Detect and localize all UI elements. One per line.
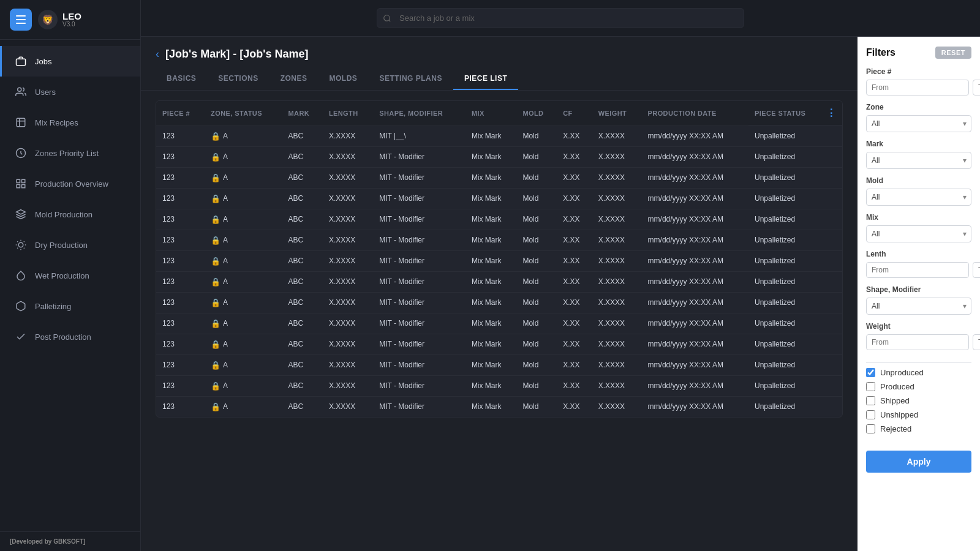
filter-header: Filters RESET <box>866 47 971 59</box>
checkbox-rejected[interactable] <box>866 424 875 433</box>
cell-production-date: mm/dd/yyyy XX:XX AM <box>642 313 748 334</box>
cell-production-date: mm/dd/yyyy XX:XX AM <box>642 209 748 230</box>
palletizing-icon <box>14 299 28 313</box>
post-production-icon <box>14 330 28 343</box>
svg-point-8 <box>384 15 390 20</box>
filter-mold-select-wrapper: All <box>866 189 971 206</box>
sidebar-item-mold-production[interactable]: Mold Production <box>0 199 140 230</box>
cell-mold: Mold <box>516 396 557 417</box>
filter-zone-select[interactable]: All <box>866 115 971 132</box>
tab-molds[interactable]: MOLDS <box>318 68 369 90</box>
cell-mark: ABC <box>282 167 322 188</box>
cell-piece-status: Unpalletized <box>748 354 842 375</box>
cell-zone--status: 🔒 A <box>205 230 282 250</box>
cell-mold: Mold <box>516 271 557 292</box>
cell-mix: Mix Mark <box>466 230 517 250</box>
back-button[interactable]: ‹ <box>156 48 159 61</box>
weight-from-input[interactable] <box>866 334 969 350</box>
sidebar-item-label-dry-production: Dry Production <box>35 241 88 250</box>
piece-num-to-input[interactable] <box>973 80 980 96</box>
sidebar-item-label-palletizing: Palletizing <box>35 302 71 311</box>
tab-piece-list[interactable]: PIECE LIST <box>453 68 518 90</box>
sidebar-item-label-production-overview: Production Overview <box>35 179 108 189</box>
cell-cf: X.XX <box>557 375 592 396</box>
checkbox-produced[interactable] <box>866 382 875 391</box>
svg-rect-4 <box>22 179 25 182</box>
checkbox-unshipped[interactable] <box>866 410 875 419</box>
filter-shape-modifier-select[interactable]: All <box>866 298 971 315</box>
cell-zone--status: 🔒 A <box>205 396 282 417</box>
sidebar-item-dry-production[interactable]: Dry Production <box>0 230 140 260</box>
cell-production-date: mm/dd/yyyy XX:XX AM <box>642 188 748 209</box>
svg-rect-6 <box>17 185 20 188</box>
filter-status-unproduced[interactable]: Unproduced <box>866 368 971 377</box>
cell-mark: ABC <box>282 396 322 417</box>
cell-production-date: mm/dd/yyyy XX:XX AM <box>642 230 748 250</box>
reset-button[interactable]: RESET <box>935 47 971 59</box>
piece-num-from-input[interactable] <box>866 80 969 96</box>
cell-mold: Mold <box>516 188 557 209</box>
cell-length: X.XXXX <box>323 209 373 230</box>
cell-cf: X.XX <box>557 271 592 292</box>
filter-shape-modifier-label: Shape, Modifier <box>866 285 971 294</box>
filter-status-rejected[interactable]: Rejected <box>866 424 971 433</box>
tab-sections[interactable]: SECTIONS <box>207 68 269 90</box>
table-wrapper[interactable]: PIECE #ZONE, STATUSMARKLENGTHSHAPE, MODI… <box>141 91 858 551</box>
cell-weight: X.XXXX <box>592 167 642 188</box>
cell-shape--modifier: MIT - Modifier <box>373 396 466 417</box>
length-to-input[interactable] <box>973 262 980 278</box>
cell-production-date: mm/dd/yyyy XX:XX AM <box>642 354 748 375</box>
cell-weight: X.XXXX <box>592 313 642 334</box>
hamburger-menu-button[interactable] <box>10 9 32 31</box>
filter-mark-select[interactable]: All <box>866 152 971 169</box>
cell-mold: Mold <box>516 354 557 375</box>
cell-shape--modifier: MIT |__\ <box>373 126 466 146</box>
search-input[interactable] <box>377 8 744 28</box>
cell-cf: X.XX <box>557 167 592 188</box>
tab-zones[interactable]: ZONES <box>270 68 318 90</box>
column-settings-icon[interactable]: ⋮ <box>826 107 836 119</box>
cell-shape--modifier: MIT - Modifier <box>373 146 466 167</box>
sidebar-item-palletizing[interactable]: Palletizing <box>0 291 140 321</box>
filter-zone-select-wrapper: All <box>866 115 971 132</box>
cell-piece--: 123 <box>156 209 205 230</box>
checkbox-label-rejected: Rejected <box>880 424 911 433</box>
cell-length: X.XXXX <box>323 188 373 209</box>
apply-button[interactable]: Apply <box>866 451 971 473</box>
tab-basics[interactable]: BASICS <box>156 68 207 90</box>
logo-icon: 🦁 <box>38 10 58 29</box>
filter-status-unshipped[interactable]: Unshipped <box>866 410 971 419</box>
sidebar-item-label-mix-recipes: Mix Recipes <box>35 118 78 127</box>
piece-list-table: PIECE #ZONE, STATUSMARKLENGTHSHAPE, MODI… <box>156 101 842 417</box>
cell-weight: X.XXXX <box>592 126 642 146</box>
sidebar-item-mix-recipes[interactable]: Mix Recipes <box>0 107 140 138</box>
cell-piece-status: Unpalletized <box>748 146 842 167</box>
lock-icon: 🔒 <box>211 215 221 224</box>
cell-shape--modifier: MIT - Modifier <box>373 375 466 396</box>
sidebar-item-users[interactable]: Users <box>0 77 140 107</box>
users-icon <box>14 85 28 99</box>
lock-icon: 🔒 <box>211 402 221 411</box>
cell-cf: X.XX <box>557 230 592 250</box>
sidebar-item-post-production[interactable]: Post Production <box>0 321 140 352</box>
cell-piece-status: Unpalletized <box>748 250 842 271</box>
sidebar-item-jobs[interactable]: Jobs <box>0 46 140 77</box>
checkbox-shipped[interactable] <box>866 396 875 405</box>
sidebar-nav: Jobs Users Mix Recipes Zones Priority Li… <box>0 40 140 531</box>
sidebar-item-zones-priority-list[interactable]: Zones Priority List <box>0 138 140 168</box>
length-from-input[interactable] <box>866 262 969 278</box>
filter-mold-select[interactable]: All <box>866 189 971 206</box>
cell-piece--: 123 <box>156 250 205 271</box>
svg-rect-5 <box>22 185 25 188</box>
sidebar-item-production-overview[interactable]: Production Overview <box>0 168 140 199</box>
weight-to-input[interactable] <box>973 334 980 350</box>
filter-status-shipped[interactable]: Shipped <box>866 396 971 405</box>
table-row: 123🔒 AABCX.XXXXMIT - ModifierMix MarkMol… <box>156 375 842 396</box>
filter-status-produced[interactable]: Produced <box>866 382 971 391</box>
tab-setting-plans[interactable]: SETTING PLANS <box>368 68 453 90</box>
filter-mix-select[interactable]: All <box>866 225 971 242</box>
table-col-mix: MIX <box>466 101 517 126</box>
cell-production-date: mm/dd/yyyy XX:XX AM <box>642 334 748 354</box>
checkbox-unproduced[interactable] <box>866 368 875 377</box>
sidebar-item-wet-production[interactable]: Wet Production <box>0 260 140 291</box>
